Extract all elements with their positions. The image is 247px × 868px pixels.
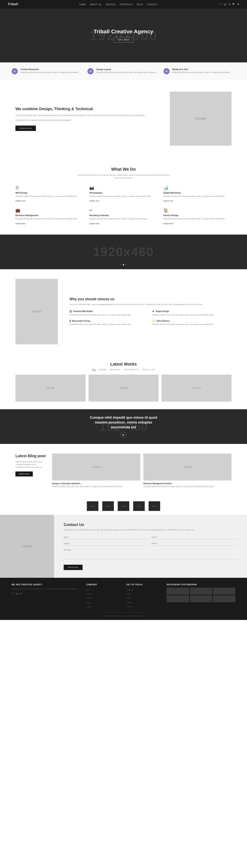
feature-title-1: Content Research: [21, 68, 79, 70]
filter-design[interactable]: Design: [99, 369, 107, 371]
form-submit-button[interactable]: Send Form: [64, 565, 83, 570]
service-desc-4: Phasellus facilisis lorem vitae amet ull…: [89, 218, 158, 220]
about-explore-button[interactable]: Explore More: [16, 126, 36, 131]
why-image: 440x701: [16, 279, 58, 344]
blog-explore-button[interactable]: Explore More: [16, 471, 33, 476]
banner-dot-2[interactable]: [123, 264, 124, 266]
footer: WE ARE CREATIVE AGENCY Phasellus facilis…: [0, 578, 247, 620]
footer-thumb-4[interactable]: [167, 595, 189, 602]
footer-social-pi[interactable]: Pinterest: [127, 606, 133, 608]
feature-title-2: Design Layout: [96, 68, 157, 70]
filter-digital-art[interactable]: Digital Art: [142, 369, 155, 371]
features-strip: 01 Content Research Phasellus facilisis …: [0, 62, 247, 80]
footer-social-fb[interactable]: Facebook: [127, 589, 133, 591]
why-title-2: ✦ Unique Design: [152, 310, 231, 313]
banner-dot-1[interactable]: [120, 264, 122, 266]
nav-portfolio[interactable]: Portfolio: [120, 3, 133, 6]
service-web-design: ☰ Web Design Phasellus facilisis lorem v…: [16, 185, 84, 203]
twitter-icon[interactable]: t: [222, 3, 222, 6]
why-item-2: ✦ Unique Design Phasellus facilisis lore…: [152, 310, 231, 316]
why-desc-4: Phasellus facilisis lorem vitae amet ull…: [152, 323, 231, 326]
nav-contact[interactable]: Contact: [147, 3, 158, 6]
about-content: We combine Design, Thinking & Technical.…: [16, 106, 158, 131]
web-design-icon: ☰: [16, 185, 84, 190]
footer-thumb-5[interactable]: [190, 595, 212, 602]
work-card-2[interactable]: 370×230: [88, 375, 159, 402]
blog-section: Latest Blog post Vivamus sit amet nibh n…: [0, 444, 247, 498]
footer-about-title: WE ARE CREATIVE AGENCY: [11, 584, 80, 586]
interior-icon: 🏠: [163, 208, 231, 213]
why-icon-3: $: [70, 319, 71, 322]
filter-photography[interactable]: Photography: [124, 369, 139, 371]
footer-thumb-3[interactable]: [213, 588, 236, 594]
message-input[interactable]: [64, 548, 237, 559]
why-item-1: ☰ Powerful Web Builder Phasellus facilis…: [70, 310, 149, 316]
nav-blog[interactable]: Blog: [137, 3, 143, 6]
footer-twitter-icon[interactable]: t: [14, 592, 14, 595]
phone-input[interactable]: [152, 541, 237, 546]
footer-link-blog[interactable]: Blog: [86, 602, 89, 603]
banner-section: 1920x460: [0, 235, 247, 269]
footer-social-li[interactable]: LinkedIn: [127, 602, 132, 603]
service-link-0[interactable]: Explore Now: [16, 200, 25, 202]
service-link-3[interactable]: Explore Now: [16, 223, 25, 224]
footer-linkedin-icon[interactable]: in: [20, 592, 22, 595]
service-link-4[interactable]: Explore Now: [89, 223, 99, 224]
blog-card-img-2: 370x230: [143, 454, 231, 480]
why-text: Vivamus sit amet nibh nibh. Fusce conseq…: [70, 303, 231, 306]
footer-social: f t g+ in: [11, 592, 80, 595]
blog-card-1: 370x230 Design is inherently optimistic.…: [52, 454, 140, 488]
contact-image: 710x620: [0, 515, 54, 578]
footer-about-text: Phasellus facilisis lorem vitae amet ull…: [11, 588, 80, 590]
footer-google-icon[interactable]: g+: [16, 592, 19, 595]
footer-link-contact[interactable]: Contact: [86, 606, 92, 608]
about-image: 531x580: [170, 92, 231, 146]
nav-home[interactable]: Home: [79, 3, 86, 6]
footer-thumb-1[interactable]: [167, 588, 189, 594]
footer-thumb-6[interactable]: [213, 595, 236, 602]
cta-play-icon[interactable]: ▶: [120, 432, 127, 438]
service-link-2[interactable]: Explore Now: [163, 200, 173, 202]
footer-get-in-touch-title: GET IN TOUCH: [127, 584, 161, 586]
filter-all[interactable]: All: [92, 369, 96, 371]
work-card-1[interactable]: 370×230: [16, 375, 85, 402]
works-grid: 370×230 370×230 370×230: [16, 375, 231, 402]
feature-num-3: 03: [163, 68, 170, 74]
nav-logo[interactable]: Triball: [8, 2, 18, 6]
hero-cta-button[interactable]: Let's Start: [114, 37, 133, 42]
blog-card-title-2: Business Management System: [143, 483, 231, 485]
footer-link-about[interactable]: About: [86, 589, 90, 591]
work-card-3[interactable]: 370×230: [162, 375, 231, 402]
service-name-3: Business Management: [16, 214, 84, 216]
feature-text-3: Phasellus facilisis lorem vitae amet ull…: [172, 71, 230, 74]
email-input[interactable]: [152, 535, 237, 539]
footer-link-services[interactable]: Services: [86, 593, 92, 595]
filter-branding[interactable]: Branding: [110, 369, 120, 371]
nav-service[interactable]: Service: [106, 3, 116, 6]
footer-social-gp[interactable]: Google+: [127, 597, 132, 599]
latest-works-section: Latest Works All Design Branding Photogr…: [0, 354, 247, 409]
search-icon[interactable]: 🔍: [232, 3, 235, 6]
why-title: Why you should choose us: [70, 297, 231, 301]
footer-social-tw[interactable]: Twitter: [127, 593, 131, 595]
what-we-do-section: What We Do Vivamus facilisis molestie ut…: [0, 157, 247, 235]
about-section: We combine Design, Thinking & Technical.…: [0, 80, 247, 157]
business-icon: 💼: [16, 208, 84, 213]
service-link-5[interactable]: Explore Now: [163, 223, 173, 224]
linkedin-icon[interactable]: in: [229, 3, 230, 6]
about-text-1: Vivamus sit amet nibh nibh. Fusce conseq…: [16, 114, 158, 117]
why-title-3: $ Reasonable Pricing: [70, 319, 149, 322]
banner-dot-3[interactable]: [125, 264, 127, 266]
service-link-1[interactable]: Explore Now: [89, 200, 99, 202]
google-icon[interactable]: g+: [224, 3, 227, 6]
client-logo-1: LOGO: [87, 501, 99, 511]
subject-input[interactable]: [64, 541, 149, 546]
footer-link-portfolio[interactable]: Portfolio: [86, 597, 92, 599]
nav-about[interactable]: About Us: [90, 3, 102, 6]
settings-icon[interactable]: ⚙: [237, 3, 239, 6]
footer-facebook-icon[interactable]: f: [11, 592, 12, 595]
form-row-3: [64, 548, 237, 560]
footer-thumb-2[interactable]: [190, 588, 212, 594]
facebook-icon[interactable]: f: [219, 3, 219, 6]
name-input[interactable]: [64, 535, 149, 539]
